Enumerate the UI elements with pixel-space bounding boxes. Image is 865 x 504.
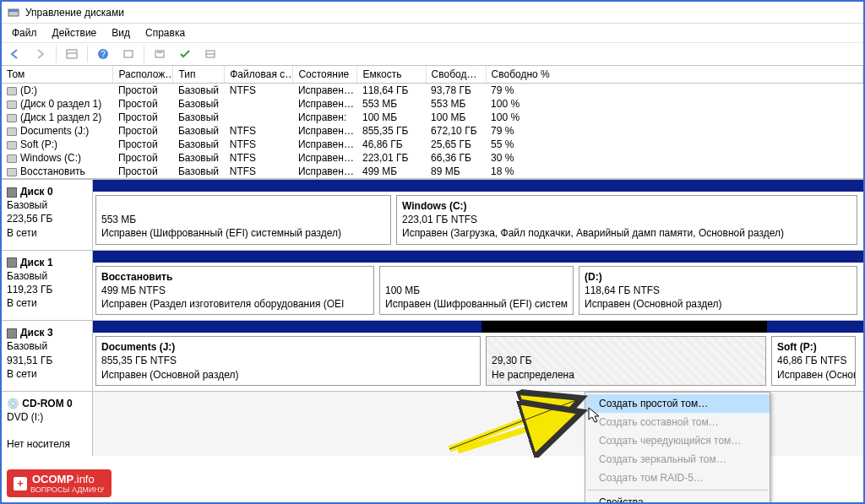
- disk-icon: [7, 328, 17, 339]
- partition[interactable]: (D:)118,64 ГБ NTFSИсправен (Основной раз…: [579, 266, 857, 316]
- partition[interactable]: Восстановить499 МБ NTFSИсправен (Раздел …: [95, 266, 374, 316]
- menu-item: Создать зеркальный том…: [585, 450, 770, 469]
- table-row[interactable]: Documents (J:)ПростойБазовыйNTFSИсправен…: [2, 124, 863, 138]
- svg-rect-7: [155, 51, 164, 57]
- partition-status: Исправен (Шифрованный (EFI) систем: [385, 297, 568, 311]
- partition[interactable]: 29,30 ГБНе распределена: [486, 336, 766, 386]
- volume-table[interactable]: Том Располож… Тип Файловая с… Состояние …: [2, 66, 863, 178]
- forward-button[interactable]: [30, 45, 51, 63]
- partition-status: Исправен (Основной: [777, 368, 850, 382]
- disk-name: Диск 3: [20, 327, 53, 339]
- partition-status: Исправен (Раздел изготовителя оборудован…: [101, 297, 368, 311]
- partition-status: Исправен (Шифрованный (EFI) системный ра…: [101, 226, 385, 240]
- partition-size: 118,64 ГБ NTFS: [585, 284, 851, 297]
- disk-icon: [7, 257, 17, 268]
- table-row[interactable]: (Диск 0 раздел 1)ПростойБазовыйИсправен……: [2, 97, 863, 111]
- col-freepct[interactable]: Свободно %: [486, 66, 862, 84]
- menu-item[interactable]: Создать простой том…: [585, 394, 770, 413]
- back-button[interactable]: [5, 45, 25, 63]
- drive-icon: [7, 114, 17, 122]
- table-row[interactable]: Soft (P:)ПростойБазовыйNTFSИсправен…46,8…: [2, 138, 863, 151]
- partition-title: Documents (J:): [101, 340, 475, 354]
- help-button[interactable]: ?: [93, 45, 113, 63]
- partition[interactable]: Windows (C:)223,01 ГБ NTFSИсправен (Загр…: [396, 195, 857, 245]
- menu-properties[interactable]: Свойства: [585, 493, 770, 504]
- window-title: Управление дисками: [25, 7, 124, 19]
- table-row[interactable]: Windows (C:)ПростойБазовыйNTFSИсправен…2…: [2, 151, 863, 165]
- watermark-badge: + OCOMP.info ВОПРОСЫ АДМИНУ: [7, 469, 112, 497]
- disk-name: Диск 0: [20, 186, 53, 198]
- toolbar-separator: [87, 46, 88, 62]
- col-state[interactable]: Состояние: [293, 66, 357, 84]
- partition-status: Исправен (Основной раздел): [101, 368, 475, 382]
- settings-button[interactable]: [200, 45, 220, 63]
- disk-name: CD-ROM 0: [22, 398, 72, 409]
- toolbar-separator: [144, 46, 144, 62]
- partition-size: 100 МБ: [385, 284, 568, 297]
- col-type[interactable]: Тип: [173, 66, 225, 84]
- disk-status: Нет носителя: [7, 438, 70, 450]
- refresh-button[interactable]: [150, 45, 170, 63]
- col-fs[interactable]: Файловая с…: [225, 66, 293, 84]
- menu-file[interactable]: Файл: [5, 25, 44, 41]
- watermark-sub: ВОПРОСЫ АДМИНУ: [30, 485, 105, 494]
- col-capacity[interactable]: Емкость: [357, 66, 426, 84]
- table-row[interactable]: (Диск 1 раздел 2)ПростойБазовыйИсправен:…: [2, 111, 863, 124]
- disk-label-3[interactable]: Диск 3 Базовый 931,51 ГБ В сети: [2, 321, 93, 391]
- disk-status: В сети: [7, 368, 37, 380]
- partition[interactable]: 553 МБИсправен (Шифрованный (EFI) систем…: [95, 195, 391, 245]
- disk-type: Базовый: [7, 270, 47, 282]
- disk-bar: [93, 251, 863, 263]
- app-icon: [7, 6, 20, 19]
- svg-text:?: ?: [101, 50, 106, 59]
- toolbar: ?: [2, 42, 863, 66]
- drive-icon: [7, 141, 17, 149]
- disk-label-0[interactable]: Диск 0 Базовый 223,56 ГБ В сети: [2, 180, 93, 250]
- disk-label-cdrom[interactable]: 💿 CD-ROM 0 DVD (I:) Нет носителя: [2, 392, 93, 457]
- disk-size: 931,51 ГБ: [7, 355, 52, 366]
- disk-bar: [93, 321, 863, 333]
- menu-action[interactable]: Действие: [46, 25, 104, 41]
- disk-row-1: Диск 1 Базовый 119,23 ГБ В сети Восстано…: [2, 250, 863, 321]
- table-row[interactable]: ВосстановитьПростойБазовыйNTFSИсправен…4…: [2, 165, 863, 178]
- partition-size: 46,86 ГБ NTFS: [777, 354, 850, 367]
- partition-status: Не распределена: [492, 368, 760, 382]
- menu-item: Создать чередующийся том…: [585, 431, 770, 450]
- disk-status: В сети: [7, 227, 37, 239]
- disk-size: 223,56 ГБ: [7, 213, 52, 225]
- partition[interactable]: Documents (J:)855,35 ГБ NTFSИсправен (Ос…: [95, 336, 481, 386]
- disk-status: В сети: [7, 297, 37, 309]
- drive-icon: [7, 100, 17, 109]
- partition-size: 29,30 ГБ: [492, 354, 760, 367]
- col-volume[interactable]: Том: [2, 66, 113, 84]
- menu-item: Создать составной том…: [585, 413, 770, 431]
- plus-icon: +: [14, 477, 27, 490]
- drive-icon: [7, 127, 17, 136]
- partition-size: 553 МБ: [101, 213, 385, 226]
- menu-view[interactable]: Вид: [105, 25, 137, 41]
- disk-type: DVD (I:): [7, 411, 43, 423]
- disk-bar: [93, 180, 863, 192]
- menu-separator: [587, 490, 768, 490]
- partition-size: 223,01 ГБ NTFS: [402, 213, 851, 226]
- menu-item: Создать том RAID-5…: [585, 469, 770, 487]
- table-header-row: Том Располож… Тип Файловая с… Состояние …: [2, 66, 863, 84]
- menu-help[interactable]: Справка: [139, 25, 192, 41]
- disk-type: Базовый: [7, 340, 47, 352]
- checkmark-button[interactable]: [175, 45, 195, 63]
- partition[interactable]: Soft (P:)46,86 ГБ NTFSИсправен (Основной: [771, 336, 856, 386]
- disk-icon: [7, 187, 17, 198]
- menubar: Файл Действие Вид Справка: [2, 24, 863, 42]
- view-list-button[interactable]: [62, 45, 82, 63]
- partition[interactable]: 100 МБИсправен (Шифрованный (EFI) систем: [379, 266, 574, 316]
- disk-size: 119,23 ГБ: [7, 284, 52, 295]
- table-row[interactable]: (D:)ПростойБазовыйNTFSИсправен…118,64 ГБ…: [2, 84, 863, 98]
- partition-size: 855,35 ГБ NTFS: [101, 354, 475, 367]
- disk-name: Диск 1: [20, 257, 53, 268]
- properties-button[interactable]: [118, 45, 139, 63]
- disk-label-1[interactable]: Диск 1 Базовый 119,23 ГБ В сети: [2, 251, 93, 321]
- toolbar-separator: [56, 46, 57, 62]
- col-free[interactable]: Свобод…: [426, 66, 486, 84]
- col-layout[interactable]: Располож…: [113, 66, 173, 84]
- partition-title: Восстановить: [101, 270, 368, 284]
